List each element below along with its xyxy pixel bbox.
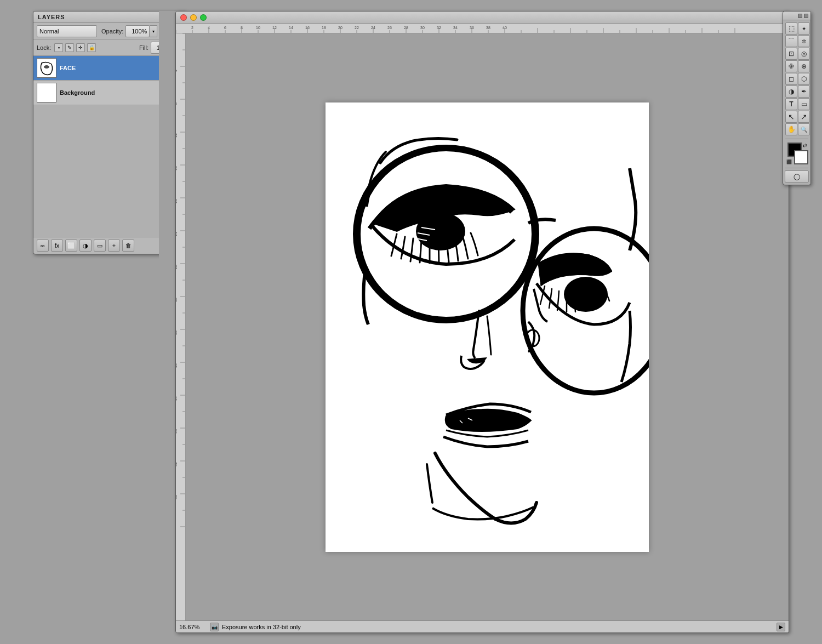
- direct-select-tool[interactable]: ↗: [798, 111, 810, 123]
- pen-tool[interactable]: ✒: [798, 86, 810, 98]
- hand-tool[interactable]: ✋: [785, 123, 797, 135]
- svg-rect-1: [176, 24, 789, 33]
- svg-text:10: 10: [256, 26, 260, 30]
- svg-text:22: 22: [355, 26, 359, 30]
- svg-text:4: 4: [208, 26, 210, 30]
- lasso-tool[interactable]: ⌒: [785, 35, 797, 47]
- lock-all-btn[interactable]: 🔒: [87, 43, 96, 52]
- marquee-tool[interactable]: ⬚: [785, 22, 797, 35]
- svg-rect-57: [176, 33, 186, 620]
- canvas-statusbar: 16.67% 📷 Exposure works in 32-bit only ▶: [176, 620, 789, 632]
- canvas-content[interactable]: [186, 33, 789, 620]
- default-colors-btn[interactable]: ⬛: [786, 159, 792, 164]
- svg-text:2: 2: [191, 26, 193, 30]
- svg-text:20: 20: [176, 199, 178, 203]
- svg-text:12: 12: [176, 133, 178, 138]
- svg-text:30: 30: [420, 26, 425, 30]
- svg-text:12: 12: [272, 26, 277, 30]
- svg-text:52: 52: [176, 462, 178, 466]
- layers-fx-btn[interactable]: fx: [51, 240, 63, 252]
- svg-text:36: 36: [470, 26, 474, 30]
- shape-tool[interactable]: ▭: [798, 98, 810, 110]
- tools-divider-2: [785, 168, 808, 168]
- tools-menu-btn[interactable]: [804, 14, 808, 18]
- status-text: Exposure works in 32-bit only: [222, 624, 773, 630]
- layers-group-btn[interactable]: ▭: [94, 240, 106, 252]
- layer-thumb-background: [37, 83, 56, 102]
- window-minimize-btn[interactable]: [190, 14, 197, 21]
- layers-mask-btn[interactable]: ⬜: [65, 240, 77, 252]
- svg-point-108: [564, 277, 608, 312]
- status-arrow[interactable]: ▶: [777, 623, 785, 631]
- svg-text:40: 40: [503, 26, 507, 30]
- window-maximize-btn[interactable]: [200, 14, 207, 21]
- crop-tool[interactable]: ⊡: [785, 48, 797, 60]
- eraser-tool[interactable]: ◻: [785, 73, 797, 85]
- svg-text:8: 8: [176, 102, 178, 105]
- healing-tool[interactable]: ✙: [785, 60, 797, 72]
- svg-text:36: 36: [176, 330, 178, 335]
- tools-grid: ⬚ ✦ ⌒ ✲ ⊡ ◎ ✙ ⊕ ◻ ⬡ ◑ ✒ T ▭ ↖ ↗ ✋ 🔍: [783, 20, 810, 138]
- text-tool[interactable]: T: [785, 98, 797, 110]
- svg-text:4: 4: [176, 70, 178, 72]
- canvas-document: [326, 102, 649, 552]
- svg-text:6: 6: [224, 26, 226, 30]
- svg-text:38: 38: [486, 26, 490, 30]
- svg-text:40: 40: [176, 363, 178, 368]
- svg-text:24: 24: [371, 26, 375, 30]
- layers-delete-btn[interactable]: 🗑: [122, 240, 134, 252]
- lock-label: Lock:: [37, 44, 51, 51]
- svg-text:14: 14: [289, 26, 293, 30]
- fill-label: Fill:: [139, 44, 149, 51]
- blend-mode-select[interactable]: Normal Dissolve Multiply Screen Overlay: [37, 25, 97, 37]
- layers-adj-btn[interactable]: ◑: [79, 240, 92, 252]
- svg-text:18: 18: [322, 26, 326, 30]
- svg-text:16: 16: [305, 26, 310, 30]
- lock-pixels-btn[interactable]: ▪: [54, 43, 63, 52]
- zoom-icon[interactable]: 📷: [210, 623, 219, 631]
- layers-link-btn[interactable]: ∞: [37, 240, 49, 252]
- canvas-window: 2 4 6 8 10 12 14 16 18 20 22 24 26 28 30…: [175, 11, 789, 633]
- wand-tool[interactable]: ✲: [798, 35, 810, 47]
- lock-move-btn[interactable]: ✛: [76, 43, 85, 52]
- opacity-input[interactable]: [125, 25, 150, 37]
- svg-point-0: [44, 65, 49, 69]
- svg-text:16: 16: [176, 166, 178, 170]
- background-color[interactable]: [794, 150, 808, 164]
- svg-text:26: 26: [387, 26, 392, 30]
- face-artwork: [326, 102, 649, 552]
- zoom-level: 16.67%: [179, 624, 207, 630]
- svg-text:20: 20: [338, 26, 342, 30]
- eyedropper-tool[interactable]: ◎: [798, 48, 810, 60]
- svg-text:28: 28: [176, 265, 178, 269]
- layer-thumb-face: [37, 58, 56, 78]
- layers-new-btn[interactable]: +: [108, 240, 120, 252]
- layers-title: LAYERS: [38, 14, 65, 20]
- tools-titlebar: [783, 12, 810, 20]
- swap-colors-btn[interactable]: ⇄: [803, 143, 807, 148]
- tools-divider-1: [785, 139, 808, 139]
- path-select-tool[interactable]: ↖: [785, 111, 797, 123]
- stamp-tool[interactable]: ⊕: [798, 60, 810, 72]
- tools-panel: ⬚ ✦ ⌒ ✲ ⊡ ◎ ✙ ⊕ ◻ ⬡ ◑ ✒ T ▭ ↖ ↗ ✋ 🔍 ⇄ ⬛: [783, 11, 811, 185]
- quick-mask-icon: ◯: [794, 173, 800, 180]
- zoom-tool[interactable]: 🔍: [798, 123, 810, 135]
- quick-mask-btn[interactable]: ◯: [785, 170, 809, 183]
- opacity-arrow[interactable]: ▾: [150, 25, 157, 37]
- svg-text:48: 48: [176, 429, 178, 434]
- magic-select-tool[interactable]: ✦: [798, 22, 810, 35]
- svg-text:28: 28: [404, 26, 408, 30]
- canvas-titlebar: [176, 12, 789, 24]
- color-squares: ⇄ ⬛: [783, 140, 810, 167]
- bucket-tool[interactable]: ⬡: [798, 73, 810, 85]
- ruler-left: 4 8 12 16 20 24 28 32 36 40 44 48 52 56: [176, 33, 186, 620]
- svg-text:34: 34: [453, 26, 458, 30]
- svg-text:32: 32: [176, 298, 178, 302]
- svg-point-105: [416, 212, 465, 250]
- layer-name-background: Background: [60, 89, 171, 96]
- lock-position-btn[interactable]: ✎: [65, 43, 74, 52]
- dodge-tool[interactable]: ◑: [785, 86, 797, 98]
- window-close-btn[interactable]: [180, 14, 187, 21]
- tools-collapse-btn[interactable]: [798, 14, 802, 18]
- svg-text:24: 24: [176, 232, 178, 236]
